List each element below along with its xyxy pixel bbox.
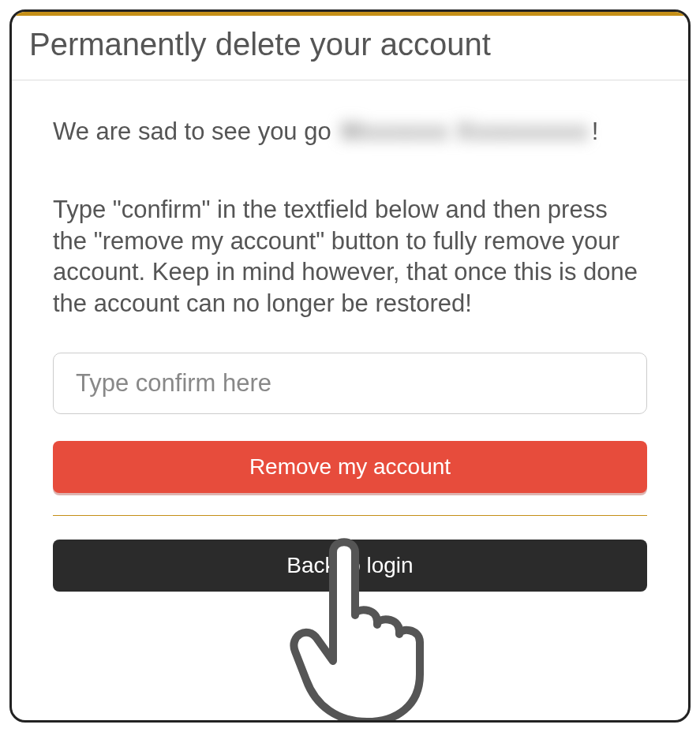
sad-message: We are sad to see you go Mxxxxxx Xxxxxxx… <box>53 115 647 148</box>
user-name-masked: Mxxxxxx Xxxxxxxxx <box>338 115 591 148</box>
dialog-title: Permanently delete your account <box>12 16 688 80</box>
remove-account-button[interactable]: Remove my account <box>53 441 647 493</box>
instructions-text: Type "confirm" in the textfield below an… <box>53 194 647 319</box>
delete-account-dialog: Permanently delete your account We are s… <box>9 9 691 723</box>
confirm-input[interactable] <box>53 353 647 414</box>
back-to-login-button[interactable]: Back to login <box>53 540 647 592</box>
section-divider <box>53 515 647 516</box>
sad-prefix: We are sad to see you go <box>53 118 338 145</box>
sad-suffix: ! <box>592 118 599 145</box>
dialog-content: We are sad to see you go Mxxxxxx Xxxxxxx… <box>12 80 688 592</box>
